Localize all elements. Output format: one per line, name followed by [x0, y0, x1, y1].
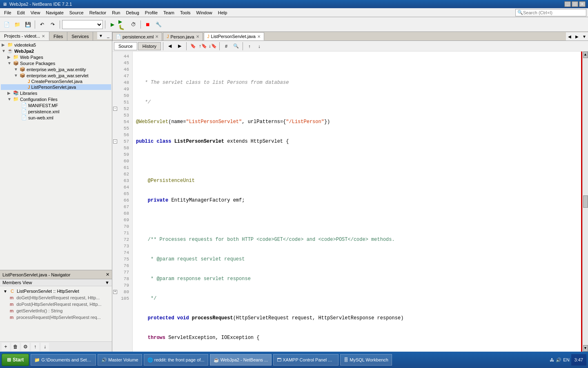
clean-button[interactable]: 🔧	[154, 20, 163, 29]
navigator-panel: ListPersonServlet.java - Navigator ✕ Mem…	[0, 270, 112, 352]
prev-bookmark[interactable]: ↑🔖	[198, 42, 207, 50]
nav-down-btn[interactable]: ↓	[41, 343, 49, 351]
menu-window[interactable]: Window	[194, 9, 215, 16]
editor-tab-person[interactable]: J Person.java ✕	[163, 32, 203, 40]
new-project-button[interactable]: 📄	[2, 20, 11, 29]
tree-item-servlet-package[interactable]: ▼ 📦 enterprise.web_jpa_war.servlet	[1, 72, 111, 79]
taskbar-item-xampp[interactable]: 🗔 XAMPP Control Panel Ap...	[273, 354, 339, 366]
toggle-line[interactable]: #	[222, 42, 231, 50]
tab-services[interactable]: Services	[67, 32, 93, 40]
tree-item-create-servlet[interactable]: J CreatePersonServlet.java	[1, 79, 111, 84]
fwd-button[interactable]: ▶	[175, 42, 184, 50]
taskbar-item-explorer[interactable]: 📁 G:\Documents and Settin...	[31, 354, 96, 366]
back-button[interactable]: ◀	[165, 42, 174, 50]
tree-item-config-files[interactable]: ▼ 📁 Configuration Files	[1, 96, 111, 102]
menu-profile[interactable]: Profile	[143, 9, 160, 16]
collapse-btn-57[interactable]: -	[113, 139, 117, 144]
scrollbar-up[interactable]: ▲	[583, 52, 588, 58]
open-project-button[interactable]: 📁	[12, 20, 22, 29]
editor-tabs-menu[interactable]: ▼	[581, 32, 588, 40]
taskbar-item-volume[interactable]: 🔊 Master Volume	[98, 354, 142, 366]
profile-button[interactable]: ⏱	[129, 20, 138, 29]
tree-item-source-packages[interactable]: ▼ 📦 Source Packages	[1, 60, 111, 66]
scrollbar-thumb[interactable]	[583, 195, 588, 208]
stop-button[interactable]: ⏹	[143, 20, 153, 29]
tree-item-videoteka5[interactable]: ▶ 📁 videoteka5	[1, 42, 111, 48]
editor-tab-persistence[interactable]: 📄 persistence.xml ✕	[112, 32, 162, 40]
editor-tabs-scroll-right[interactable]: ▶	[573, 32, 581, 40]
minimize-button[interactable]: _	[564, 1, 571, 7]
nav-settings-btn[interactable]: ⚙	[21, 343, 29, 351]
navigator-menu-btn[interactable]: ▼	[105, 280, 109, 285]
nav-item-dopost[interactable]: m doPost(HttpServletRequest request, Htt…	[2, 301, 110, 307]
menu-team[interactable]: Team	[161, 9, 177, 16]
save-button[interactable]: 💾	[23, 20, 33, 29]
project-select[interactable]	[62, 20, 103, 29]
tree-item-sunweb-xml[interactable]: 📄 sun-web.xml	[1, 114, 111, 121]
undo-button[interactable]: ↶	[37, 20, 47, 29]
debug-button[interactable]: ▶🐛	[118, 20, 128, 29]
menu-navigate[interactable]: Navigate	[43, 9, 66, 16]
editor-tab-listservlet[interactable]: J ListPersonServlet.java ✕	[204, 32, 264, 40]
history-tab[interactable]: History	[138, 42, 161, 50]
diff-next[interactable]: ↓	[255, 42, 264, 50]
navigator-close[interactable]: ✕	[106, 272, 109, 277]
nav-item-doget[interactable]: m doGet(HttpServletRequest request, Http…	[2, 294, 110, 301]
navigator-title: ListPersonServlet.java - Navigator	[2, 272, 70, 277]
menu-help[interactable]: Help	[216, 9, 230, 16]
menu-source[interactable]: Source	[67, 9, 86, 16]
tab-files[interactable]: Files	[49, 32, 67, 40]
next-bookmark[interactable]: ↓🔖	[208, 42, 217, 50]
search-box[interactable]: 🔍	[515, 9, 586, 16]
restore-button[interactable]: □	[572, 1, 578, 7]
menu-tools[interactable]: Tools	[178, 9, 193, 16]
tree-item-list-servlet[interactable]: J ListPersonServlet.java	[1, 84, 111, 90]
tree-item-webjpa2[interactable]: ▼ ☕ WebJpa2	[1, 48, 111, 54]
nav-item-getservletinfo[interactable]: m getServletInfo() : String	[2, 307, 110, 314]
left-panel-minimize[interactable]: _	[105, 32, 112, 39]
tree-item-persistence-xml[interactable]: 📄 persistence.xml	[1, 108, 111, 114]
tree-item-entity-package[interactable]: ▼ 📦 enterprise.web_jpa_war.entity	[1, 66, 111, 72]
source-tab[interactable]: Source	[114, 42, 137, 50]
tree-item-libraries[interactable]: ▶ 📚 Libraries	[1, 90, 111, 96]
code-line-44: * The servlet class to list Persons from…	[136, 79, 579, 86]
scrollbar-down[interactable]: ▼	[583, 345, 588, 352]
taskbar-item-reddit[interactable]: 🌐 reddit: the front page of...	[144, 354, 208, 366]
find-button[interactable]: 🔍	[232, 42, 241, 50]
nav-new-btn[interactable]: +	[2, 343, 10, 351]
close-button[interactable]: ✕	[579, 1, 586, 7]
editor-tabs-scroll-left[interactable]: ◀	[566, 32, 573, 40]
toggle-bookmarks[interactable]: 🔖	[189, 42, 198, 50]
nav-item-class[interactable]: ▼ C ListPersonServlet :: HttpServlet	[2, 288, 110, 294]
run-button[interactable]: ▶	[107, 20, 117, 29]
nav-item-processrequest[interactable]: m processRequest(HttpServletRequest req.…	[2, 314, 110, 321]
collapse-btn-80[interactable]: +	[113, 290, 117, 294]
menu-file[interactable]: File	[2, 9, 14, 16]
search-input[interactable]	[523, 10, 584, 15]
tab-projects[interactable]: Projects - videot... ✕	[0, 32, 49, 40]
menu-view[interactable]: View	[28, 9, 43, 16]
diff-prev[interactable]: ↑	[245, 42, 254, 50]
menu-edit[interactable]: Edit	[15, 9, 27, 16]
menu-refactor[interactable]: Refactor	[87, 9, 109, 16]
search-icon: 🔍	[517, 10, 523, 15]
menu-debug[interactable]: Debug	[123, 9, 141, 16]
vertical-scrollbar[interactable]: ▲ ▼	[582, 52, 588, 352]
tree-item-manifest[interactable]: 📄 MANIFEST.MF	[1, 102, 111, 108]
person-tab-close[interactable]: ✕	[196, 34, 199, 39]
taskbar-item-mysql[interactable]: 🗄 MySQL Workbench	[340, 354, 392, 366]
tree-item-web-pages[interactable]: ▶ 📁 Web Pages	[1, 54, 111, 60]
collapse-btn-52[interactable]: -	[113, 107, 117, 111]
taskbar-item-netbeans[interactable]: ☕ WebJpa2 - NetBeans ...	[210, 354, 272, 366]
separator1	[35, 20, 35, 29]
left-panel-menu-button[interactable]: ▼	[97, 32, 105, 39]
menu-run[interactable]: Run	[109, 9, 122, 16]
code-editor[interactable]: * The servlet class to list Persons from…	[133, 52, 582, 352]
redo-button[interactable]: ↷	[48, 20, 58, 29]
listservlet-tab-close[interactable]: ✕	[257, 34, 261, 39]
persistence-tab-close[interactable]: ✕	[155, 34, 158, 39]
tab-projects-close[interactable]: ✕	[42, 34, 45, 38]
nav-delete-btn[interactable]: 🗑	[11, 343, 20, 351]
start-button[interactable]: ⊞ Start	[2, 354, 29, 366]
nav-up-btn[interactable]: ↑	[31, 343, 39, 351]
